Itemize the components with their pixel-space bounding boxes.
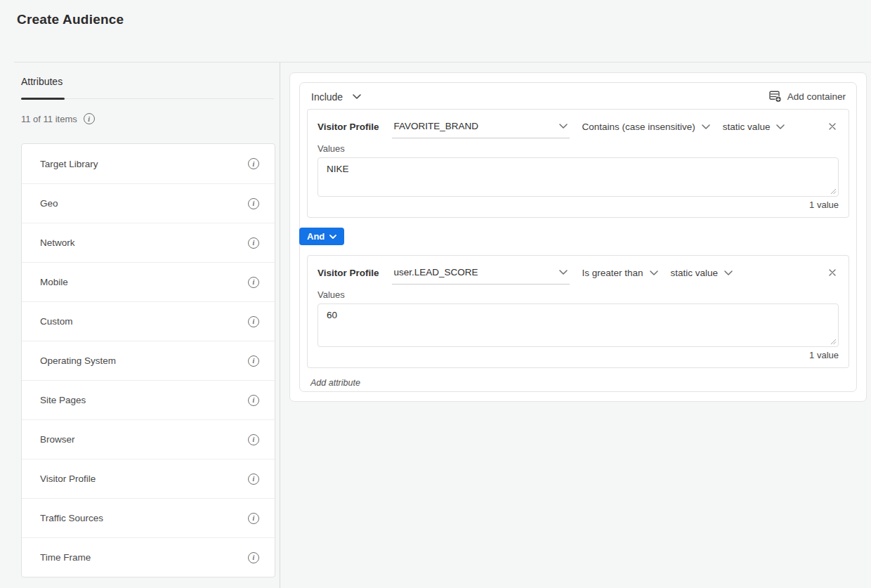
info-icon[interactable] (248, 513, 259, 524)
rule-card-lead-score: Visitor Profile user.LEAD_SCORE Is great… (307, 255, 849, 368)
info-icon[interactable] (248, 277, 259, 288)
sidebar-tab-bar: Attributes (21, 75, 274, 99)
list-item-label: Visitor Profile (40, 473, 96, 484)
close-icon (828, 268, 837, 277)
values-input[interactable]: NIKE (317, 157, 839, 197)
info-icon[interactable] (248, 316, 259, 327)
add-container-icon (769, 91, 782, 103)
attribute-category-list: Target Library Geo Network Mobile Custom… (21, 143, 275, 577)
value-box: 60 (317, 303, 839, 347)
info-icon[interactable] (84, 113, 95, 124)
info-icon[interactable] (248, 198, 259, 209)
rule-row: Visitor Profile FAVORITE_BRAND Contains … (317, 117, 839, 136)
value-count: 1 value (317, 200, 839, 210)
items-summary: 11 of 11 items (21, 113, 275, 124)
attributes-sidebar: Attributes 11 of 11 items Target Library… (14, 63, 280, 588)
include-dropdown-value: Include (311, 91, 343, 103)
list-item-operating-system[interactable]: Operating System (22, 341, 275, 380)
chevron-down-icon (724, 270, 733, 275)
list-item-visitor-profile[interactable]: Visitor Profile (22, 459, 275, 498)
chevron-down-icon (559, 270, 568, 275)
list-item-label: Time Frame (40, 552, 91, 563)
operator-dropdown-value: Is greater than (582, 268, 643, 278)
list-item-geo[interactable]: Geo (22, 183, 275, 223)
value-type-dropdown[interactable]: static value (671, 268, 733, 278)
and-combiner-label: And (307, 231, 325, 242)
chevron-down-icon (776, 124, 785, 129)
rule-source-label: Visitor Profile (317, 122, 379, 132)
chevron-down-icon (329, 235, 336, 239)
operator-dropdown[interactable]: Contains (case insensitive) (582, 122, 710, 132)
and-combiner-button[interactable]: And (299, 228, 344, 245)
list-item-label: Operating System (40, 355, 116, 366)
info-icon[interactable] (248, 395, 259, 406)
add-container-button[interactable]: Add container (769, 91, 846, 103)
list-item-target-library[interactable]: Target Library (22, 144, 275, 183)
values-label: Values (317, 143, 839, 154)
info-icon[interactable] (248, 355, 259, 367)
rule-card-favorite-brand: Visitor Profile FAVORITE_BRAND Contains … (307, 109, 849, 218)
attribute-select-value: user.LEAD_SCORE (394, 267, 478, 277)
info-icon[interactable] (248, 473, 259, 485)
chevron-down-icon (650, 270, 658, 275)
remove-rule-button[interactable] (826, 267, 839, 278)
list-item-label: Custom (40, 316, 73, 327)
resize-handle-icon[interactable] (830, 339, 837, 345)
info-icon[interactable] (248, 158, 259, 169)
chevron-down-icon (353, 94, 361, 99)
attribute-select-value: FAVORITE_BRAND (394, 121, 479, 131)
list-item-browser[interactable]: Browser (22, 419, 275, 459)
include-dropdown[interactable]: Include (311, 91, 361, 103)
operator-dropdown-value: Contains (case insensitive) (582, 122, 695, 132)
value-type-dropdown-value: static value (723, 122, 771, 132)
chevron-down-icon (702, 124, 710, 129)
value-count: 1 value (317, 350, 839, 360)
value-box: NIKE (317, 157, 839, 197)
container-header: Include Add container (307, 89, 849, 109)
add-container-label: Add container (787, 91, 846, 102)
list-item-traffic-sources[interactable]: Traffic Sources (22, 498, 275, 537)
rule-source-label: Visitor Profile (317, 268, 379, 278)
items-summary-text: 11 of 11 items (21, 114, 77, 124)
list-item-site-pages[interactable]: Site Pages (22, 380, 275, 419)
attribute-select[interactable]: user.LEAD_SCORE (392, 266, 570, 285)
value-type-dropdown-value: static value (671, 268, 719, 278)
audience-builder-panel: Include Add container Visitor Profile F (289, 72, 867, 402)
list-item-network[interactable]: Network (22, 223, 275, 262)
rule-row: Visitor Profile user.LEAD_SCORE Is great… (317, 263, 839, 282)
tab-attributes[interactable]: Attributes (21, 76, 63, 87)
page-title: Create Audience (17, 12, 124, 27)
list-item-label: Browser (40, 434, 75, 445)
list-item-label: Geo (40, 198, 58, 209)
attribute-select[interactable]: FAVORITE_BRAND (392, 119, 570, 138)
list-item-label: Site Pages (40, 395, 86, 405)
list-item-label: Mobile (40, 277, 68, 287)
list-item-mobile[interactable]: Mobile (22, 262, 275, 301)
info-icon[interactable] (248, 552, 259, 563)
values-input[interactable]: 60 (317, 303, 839, 347)
close-icon (828, 122, 837, 131)
info-icon[interactable] (248, 237, 259, 249)
list-item-label: Traffic Sources (40, 513, 103, 523)
info-icon[interactable] (248, 434, 259, 445)
list-item-label: Target Library (40, 159, 98, 169)
include-container: Include Add container Visitor Profile F (299, 82, 857, 392)
value-type-dropdown[interactable]: static value (723, 122, 785, 132)
chevron-down-icon (559, 124, 568, 129)
list-item-custom[interactable]: Custom (22, 301, 275, 341)
list-item-time-frame[interactable]: Time Frame (22, 537, 275, 577)
operator-dropdown[interactable]: Is greater than (582, 268, 658, 278)
remove-rule-button[interactable] (826, 121, 839, 132)
values-label: Values (317, 289, 839, 300)
add-attribute-link[interactable]: Add attribute (310, 378, 360, 388)
list-item-label: Network (40, 237, 75, 248)
tab-active-underline (21, 98, 65, 100)
resize-handle-icon[interactable] (830, 188, 837, 195)
